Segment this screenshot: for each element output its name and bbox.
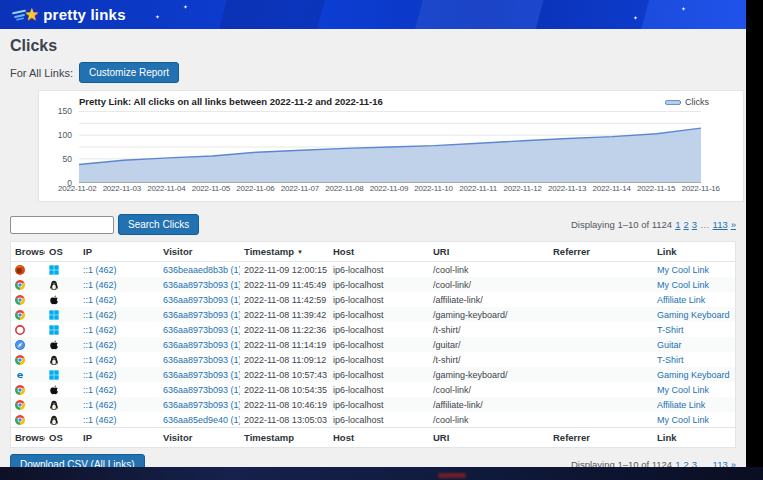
browser-cell: e <box>11 368 45 382</box>
link-link[interactable]: Gaming Keyboard <box>657 370 730 380</box>
link-cell: My Cool Link <box>653 263 735 277</box>
visitor-link[interactable]: 636beaaed8b3b (1) <box>163 265 240 275</box>
column-header-link[interactable]: Link <box>653 242 735 261</box>
uri-text: /affiliate-link/ <box>433 400 483 410</box>
last-page-link[interactable]: 113 <box>713 459 728 467</box>
uri-cell: /guitar/ <box>429 338 549 352</box>
column-header-ip[interactable]: IP <box>79 242 159 261</box>
clicks-area-chart <box>79 110 701 184</box>
link-cell: My Cool Link <box>653 413 735 427</box>
page-link-1[interactable]: 1 <box>675 219 680 230</box>
host-cell: ip6-localhost <box>329 263 429 277</box>
ip-link[interactable]: ::1 (462) <box>83 370 117 380</box>
link-link[interactable]: Affiliate Link <box>657 295 705 305</box>
ip-link[interactable]: ::1 (462) <box>83 295 117 305</box>
timestamp-text: 2022-11-08 11:39:42 <box>244 310 326 320</box>
column-header-host[interactable]: Host <box>329 428 429 447</box>
column-header-link[interactable]: Link <box>653 428 735 447</box>
os-cell <box>45 368 79 382</box>
timestamp-cell: 2022-11-08 11:39:42 <box>240 308 329 322</box>
ip-cell: ::1 (462) <box>79 338 159 352</box>
ip-link[interactable]: ::1 (462) <box>83 280 117 290</box>
column-header-browser[interactable]: Browser <box>11 428 45 447</box>
column-header-referrer[interactable]: Referrer <box>549 428 653 447</box>
visitor-link[interactable]: 636aa8973b093 (1) <box>163 310 240 320</box>
ip-link[interactable]: ::1 (462) <box>83 340 117 350</box>
column-header-os[interactable]: OS <box>45 428 79 447</box>
browser-cell <box>11 308 45 322</box>
referrer-cell <box>549 403 653 407</box>
ip-cell: ::1 (462) <box>79 383 159 397</box>
ip-link[interactable]: ::1 (462) <box>83 415 117 425</box>
customize-report-button[interactable]: Customize Report <box>79 62 179 83</box>
browser-cell <box>11 293 45 307</box>
ip-link[interactable]: ::1 (462) <box>83 310 117 320</box>
referrer-cell <box>549 388 653 392</box>
column-header-timestamp[interactable]: Timestamp▼ <box>240 242 329 261</box>
search-clicks-button[interactable]: Search Clicks <box>118 214 199 235</box>
chrome-icon <box>15 400 25 410</box>
ip-link[interactable]: ::1 (462) <box>83 325 117 335</box>
link-link[interactable]: T-Shirt <box>657 355 684 365</box>
visitor-cell: 636aa8973b093 (1) <box>159 368 240 382</box>
column-header-timestamp[interactable]: Timestamp <box>240 428 329 447</box>
column-header-visitor[interactable]: Visitor <box>159 242 240 261</box>
uri-cell: /gaming-keyboard/ <box>429 368 549 382</box>
referrer-cell <box>549 373 653 377</box>
column-header-referrer[interactable]: Referrer <box>549 242 653 261</box>
link-link[interactable]: My Cool Link <box>657 265 709 275</box>
page-link-2[interactable]: 2 <box>683 219 688 230</box>
visitor-link[interactable]: 636aa85ed9e40 (1) <box>163 415 240 425</box>
column-header-browser[interactable]: Browser <box>11 242 45 261</box>
last-page-link[interactable]: 113 <box>713 219 728 230</box>
link-link[interactable]: Guitar <box>657 340 682 350</box>
next-page-link[interactable]: » <box>731 219 736 230</box>
visitor-link[interactable]: 636aa8973b093 (1) <box>163 355 240 365</box>
column-header-os[interactable]: OS <box>45 242 79 261</box>
ip-link[interactable]: ::1 (462) <box>83 265 117 275</box>
column-header-host[interactable]: Host <box>329 242 429 261</box>
timestamp-cell: 2022-11-08 11:42:59 <box>240 293 329 307</box>
download-csv-button[interactable]: Download CSV (All Links) <box>10 454 145 467</box>
host-text: ip6-localhost <box>333 355 384 365</box>
host-text: ip6-localhost <box>333 310 384 320</box>
visitor-link[interactable]: 636aa8973b093 (1) <box>163 385 240 395</box>
x-tick-label: 2022-11-02 <box>55 184 100 193</box>
visitor-link[interactable]: 636aa8973b093 (1) <box>163 295 240 305</box>
ip-link[interactable]: ::1 (462) <box>83 385 117 395</box>
page-link-2[interactable]: 2 <box>683 459 688 467</box>
ip-link[interactable]: ::1 (462) <box>83 400 117 410</box>
visitor-link[interactable]: 636aa8973b093 (1) <box>163 340 240 350</box>
host-cell: ip6-localhost <box>329 353 429 367</box>
link-link[interactable]: My Cool Link <box>657 415 709 425</box>
visitor-cell: 636aa8973b093 (1) <box>159 323 240 337</box>
host-text: ip6-localhost <box>333 325 384 335</box>
background-artifact <box>438 473 466 478</box>
table-row: ::1 (462)636aa8973b093 (1)2022-11-08 11:… <box>11 322 735 337</box>
link-link[interactable]: Affiliate Link <box>657 400 705 410</box>
pagination-summary: Displaying 1–10 of 1124 <box>571 219 672 230</box>
next-page-link[interactable]: » <box>731 459 736 467</box>
column-header-label: Link <box>657 432 677 443</box>
visitor-link[interactable]: 636aa8973b093 (1) <box>163 400 240 410</box>
ip-link[interactable]: ::1 (462) <box>83 355 117 365</box>
timestamp-text: 2022-11-08 10:46:19 <box>244 400 327 410</box>
page-link-3[interactable]: 3 <box>692 219 697 230</box>
search-input[interactable] <box>10 216 114 234</box>
visitor-link[interactable]: 636aa8973b093 (1) <box>163 325 240 335</box>
column-header-ip[interactable]: IP <box>79 428 159 447</box>
visitor-link[interactable]: 636aa8973b093 (1) <box>163 370 240 380</box>
link-link[interactable]: My Cool Link <box>657 385 709 395</box>
timestamp-text: 2022-11-09 11:45:49 <box>244 280 326 290</box>
page-link-3[interactable]: 3 <box>692 459 697 467</box>
column-header-uri[interactable]: URI <box>429 428 549 447</box>
link-link[interactable]: My Cool Link <box>657 280 709 290</box>
column-header-uri[interactable]: URI <box>429 242 549 261</box>
uri-cell: /cool-link <box>429 263 549 277</box>
page-link-1[interactable]: 1 <box>675 459 680 467</box>
link-link[interactable]: T-Shirt <box>657 325 684 335</box>
link-link[interactable]: Gaming Keyboard <box>657 310 730 320</box>
os-cell <box>45 413 79 427</box>
visitor-link[interactable]: 636aa8973b093 (1) <box>163 280 240 290</box>
column-header-visitor[interactable]: Visitor <box>159 428 240 447</box>
